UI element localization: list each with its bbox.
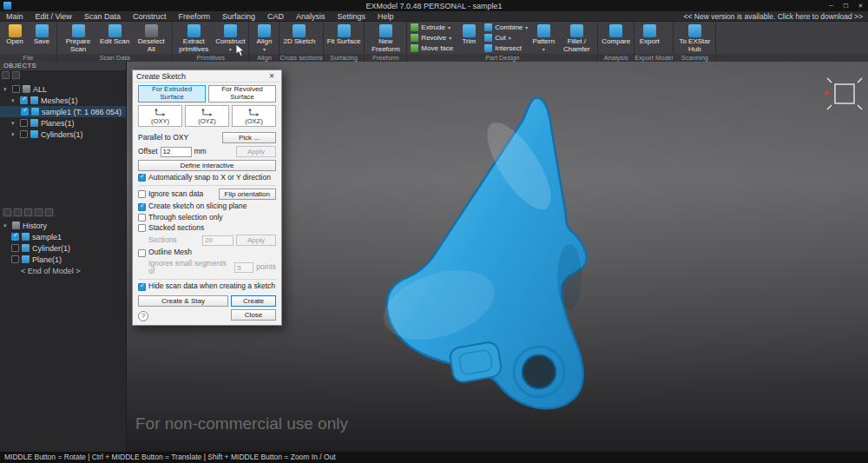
new-freeform-button[interactable]: New Freeform xyxy=(366,23,404,53)
tree-item-sample1[interactable]: sample1 (T: 1 086 054) xyxy=(0,106,126,117)
ignore-small-input[interactable] xyxy=(234,262,253,273)
extrude-button[interactable]: Extrude ▾ xyxy=(411,23,453,32)
sections-input[interactable] xyxy=(202,235,233,246)
plane-oxy-button[interactable]: (OXY) xyxy=(138,105,182,127)
ignore-scan-checkbox[interactable] xyxy=(138,190,146,198)
to-exstar-hub-button[interactable]: To EXStar Hub xyxy=(675,23,713,53)
intersect-button[interactable]: Intersect xyxy=(484,43,528,53)
through-selection-checkbox[interactable] xyxy=(138,214,146,222)
sections-apply-button[interactable]: Apply xyxy=(236,235,276,246)
tree-item-planes[interactable]: ▾ Planes(1) xyxy=(0,117,126,129)
dropdown-arrow-icon[interactable]: ▾ xyxy=(448,24,450,30)
outline-mesh-checkbox[interactable] xyxy=(138,249,146,257)
dialog-close-icon[interactable]: ✕ xyxy=(266,72,278,80)
history-header[interactable]: ▾ History xyxy=(0,220,126,231)
history-tool-icon[interactable] xyxy=(45,208,53,216)
cylinder-group-icon xyxy=(30,130,38,138)
menu-analysis[interactable]: Analysis xyxy=(290,11,332,22)
create-and-stay-button[interactable]: Create & Stay xyxy=(138,295,228,307)
dropdown-arrow-icon[interactable]: ▾ xyxy=(263,47,266,52)
hide-scan-checkbox[interactable] xyxy=(138,283,146,291)
history-tool-icon[interactable] xyxy=(14,208,22,216)
for-extruded-surface-button[interactable]: For Extruded Surface xyxy=(138,85,206,103)
snap-checkbox[interactable] xyxy=(138,174,146,182)
maximize-button[interactable]: ☐ xyxy=(838,0,853,11)
fit-surface-button[interactable]: Fit Surface xyxy=(326,23,363,53)
tree-item-cylinders[interactable]: ▾ Cylinders(1) xyxy=(0,129,126,140)
dropdown-arrow-icon[interactable]: ▾ xyxy=(542,47,545,52)
pick-button[interactable]: Pick ... xyxy=(222,132,276,143)
menu-settings[interactable]: Settings xyxy=(332,11,372,22)
history-item-end-of-model[interactable]: < End of Model > xyxy=(0,265,126,276)
menu-scan-data[interactable]: Scan Data xyxy=(78,11,127,22)
tree-item-all[interactable]: ▾ ALL xyxy=(0,83,126,95)
history-tool-icon[interactable] xyxy=(35,208,43,216)
objects-tool-icon[interactable] xyxy=(12,71,20,79)
checkbox[interactable] xyxy=(21,108,29,116)
fillet-chamfer-button[interactable]: Fillet / Chamfer ▾ xyxy=(557,23,595,53)
plane-oxz-button[interactable]: (OXZ) xyxy=(232,105,276,127)
history-item-sample1[interactable]: sample1 xyxy=(0,231,126,242)
plane-oyz-button[interactable]: (OYZ) xyxy=(185,105,229,127)
dropdown-arrow-icon[interactable]: ▾ xyxy=(229,47,232,52)
history-item-cylinder[interactable]: Cylinder(1) xyxy=(0,242,126,254)
offset-apply-button[interactable]: Apply xyxy=(236,146,276,157)
deselect-all-button[interactable]: Deselect All xyxy=(132,23,170,53)
menu-freeform[interactable]: Freeform xyxy=(172,11,216,22)
checkbox[interactable] xyxy=(12,85,20,93)
trim-button[interactable]: Trim xyxy=(456,23,482,53)
dropdown-arrow-icon[interactable]: ▾ xyxy=(509,35,511,41)
menu-cad[interactable]: CAD xyxy=(261,11,290,22)
compare-button[interactable]: Compare xyxy=(600,23,632,53)
dialog-title-bar[interactable]: Create Sketch ✕ xyxy=(133,70,281,83)
history-item-plane[interactable]: Plane(1) xyxy=(0,254,126,265)
expander-icon[interactable]: ▾ xyxy=(3,222,10,229)
combine-button[interactable]: Combine ▾ xyxy=(484,23,528,32)
align-button[interactable]: Align ▾ xyxy=(251,23,277,53)
menu-surfacing[interactable]: Surfacing xyxy=(216,11,261,22)
prepare-scan-button[interactable]: Prepare Scan xyxy=(59,23,97,53)
dialog-close-button[interactable]: Close xyxy=(231,309,276,321)
for-revolved-surface-button[interactable]: For Revolved Surface xyxy=(208,85,276,103)
objects-tool-icon[interactable] xyxy=(2,71,10,79)
checkbox[interactable] xyxy=(20,119,28,127)
move-face-button[interactable]: Move face xyxy=(411,43,453,53)
expander-icon[interactable]: ▾ xyxy=(11,97,17,104)
history-tool-icon[interactable] xyxy=(24,208,32,216)
export-button[interactable]: Export xyxy=(636,23,662,53)
flip-orientation-button[interactable]: Flip orientation xyxy=(219,189,276,200)
update-notice-link[interactable]: << New version is available. Click here … xyxy=(684,12,868,21)
define-interactive-button[interactable]: Define interactive xyxy=(138,160,276,171)
revolve-button[interactable]: Revolve ▾ xyxy=(411,33,453,43)
2d-sketch-button[interactable]: 2D Sketch xyxy=(281,23,317,53)
history-tool-icon[interactable] xyxy=(3,208,11,216)
checkbox[interactable] xyxy=(11,233,19,241)
checkbox[interactable] xyxy=(11,255,19,263)
slicing-plane-checkbox[interactable] xyxy=(138,203,146,211)
menu-edit-view[interactable]: Edit / View xyxy=(30,11,78,22)
menu-help[interactable]: Help xyxy=(372,11,400,22)
open-button[interactable]: Open xyxy=(2,23,28,53)
offset-input[interactable] xyxy=(161,147,192,157)
cut-button[interactable]: Cut ▾ xyxy=(484,33,528,43)
save-button[interactable]: Save xyxy=(29,23,55,53)
minimize-button[interactable]: ─ xyxy=(824,0,838,11)
extract-primitives-button[interactable]: Extract primitives xyxy=(174,23,213,53)
menu-main[interactable]: Main xyxy=(0,11,30,22)
expander-icon[interactable]: ▾ xyxy=(3,86,10,93)
menu-construct[interactable]: Construct xyxy=(127,11,173,22)
checkbox[interactable] xyxy=(20,96,28,104)
stacked-sections-checkbox[interactable] xyxy=(138,224,146,232)
expander-icon[interactable]: ▾ xyxy=(11,131,17,138)
checkbox[interactable] xyxy=(20,130,28,138)
dropdown-arrow-icon[interactable]: ▾ xyxy=(525,24,528,30)
tree-item-meshes[interactable]: ▾ Meshes(1) xyxy=(0,95,126,106)
checkbox[interactable] xyxy=(11,244,19,252)
create-button[interactable]: Create xyxy=(231,295,276,307)
expander-icon[interactable]: ▾ xyxy=(11,120,17,127)
edit-scan-button[interactable]: Edit Scan xyxy=(98,23,131,53)
pattern-button[interactable]: Pattern ▾ xyxy=(530,23,556,53)
help-button[interactable]: ? xyxy=(138,311,148,321)
dropdown-arrow-icon[interactable]: ▾ xyxy=(449,35,451,41)
close-button[interactable]: ✕ xyxy=(853,0,868,11)
